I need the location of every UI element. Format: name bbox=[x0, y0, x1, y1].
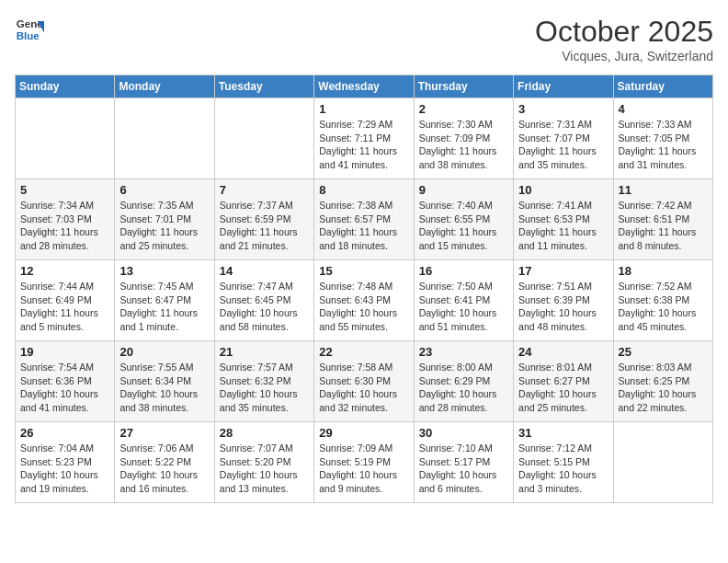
calendar-day-cell: 2Sunrise: 7:30 AM Sunset: 7:09 PM Daylig… bbox=[414, 98, 513, 179]
day-number: 3 bbox=[518, 102, 608, 116]
calendar-day-cell: 3Sunrise: 7:31 AM Sunset: 7:07 PM Daylig… bbox=[514, 98, 613, 179]
page-header: General Blue October 2025 Vicques, Jura,… bbox=[15, 15, 713, 63]
calendar-day-cell: 13Sunrise: 7:45 AM Sunset: 6:47 PM Dayli… bbox=[115, 260, 214, 341]
calendar-day-cell: 10Sunrise: 7:41 AM Sunset: 6:53 PM Dayli… bbox=[514, 179, 613, 260]
calendar-week-row: 26Sunrise: 7:04 AM Sunset: 5:23 PM Dayli… bbox=[16, 422, 713, 503]
calendar-day-cell bbox=[115, 98, 214, 179]
calendar-day-cell: 28Sunrise: 7:07 AM Sunset: 5:20 PM Dayli… bbox=[214, 422, 313, 503]
calendar-day-cell: 25Sunrise: 8:03 AM Sunset: 6:25 PM Dayli… bbox=[613, 341, 712, 422]
calendar-day-cell: 29Sunrise: 7:09 AM Sunset: 5:19 PM Dayli… bbox=[314, 422, 414, 503]
day-info: Sunrise: 7:30 AM Sunset: 7:09 PM Dayligh… bbox=[419, 118, 508, 172]
day-info: Sunrise: 7:47 AM Sunset: 6:45 PM Dayligh… bbox=[220, 280, 309, 334]
day-number: 2 bbox=[419, 102, 508, 116]
calendar-week-row: 1Sunrise: 7:29 AM Sunset: 7:11 PM Daylig… bbox=[16, 98, 713, 179]
location: Vicques, Jura, Switzerland bbox=[535, 49, 713, 63]
calendar-day-cell bbox=[613, 422, 712, 503]
calendar-week-row: 12Sunrise: 7:44 AM Sunset: 6:49 PM Dayli… bbox=[16, 260, 713, 341]
calendar-day-cell: 16Sunrise: 7:50 AM Sunset: 6:41 PM Dayli… bbox=[414, 260, 513, 341]
day-info: Sunrise: 7:12 AM Sunset: 5:15 PM Dayligh… bbox=[518, 442, 608, 496]
weekday-header-cell: Tuesday bbox=[214, 75, 313, 98]
day-info: Sunrise: 7:41 AM Sunset: 6:53 PM Dayligh… bbox=[518, 199, 608, 253]
calendar-day-cell: 4Sunrise: 7:33 AM Sunset: 7:05 PM Daylig… bbox=[613, 98, 712, 179]
day-number: 28 bbox=[220, 426, 309, 440]
calendar-week-row: 19Sunrise: 7:54 AM Sunset: 6:36 PM Dayli… bbox=[16, 341, 713, 422]
calendar-day-cell: 19Sunrise: 7:54 AM Sunset: 6:36 PM Dayli… bbox=[16, 341, 115, 422]
day-info: Sunrise: 7:40 AM Sunset: 6:55 PM Dayligh… bbox=[419, 199, 508, 253]
day-info: Sunrise: 7:48 AM Sunset: 6:43 PM Dayligh… bbox=[319, 280, 408, 334]
calendar-day-cell: 11Sunrise: 7:42 AM Sunset: 6:51 PM Dayli… bbox=[613, 179, 712, 260]
day-info: Sunrise: 7:54 AM Sunset: 6:36 PM Dayligh… bbox=[20, 361, 109, 415]
day-number: 7 bbox=[220, 183, 309, 197]
day-info: Sunrise: 7:31 AM Sunset: 7:07 PM Dayligh… bbox=[518, 118, 608, 172]
day-number: 26 bbox=[20, 426, 109, 440]
calendar-day-cell: 12Sunrise: 7:44 AM Sunset: 6:49 PM Dayli… bbox=[16, 260, 115, 341]
calendar-day-cell: 7Sunrise: 7:37 AM Sunset: 6:59 PM Daylig… bbox=[214, 179, 313, 260]
day-number: 17 bbox=[518, 264, 608, 278]
calendar-day-cell: 18Sunrise: 7:52 AM Sunset: 6:38 PM Dayli… bbox=[613, 260, 712, 341]
day-info: Sunrise: 7:06 AM Sunset: 5:22 PM Dayligh… bbox=[119, 442, 209, 496]
day-info: Sunrise: 7:29 AM Sunset: 7:11 PM Dayligh… bbox=[319, 118, 408, 172]
weekday-header-cell: Wednesday bbox=[314, 75, 414, 98]
calendar-day-cell: 23Sunrise: 8:00 AM Sunset: 6:29 PM Dayli… bbox=[414, 341, 513, 422]
title-block: October 2025 Vicques, Jura, Switzerland bbox=[535, 15, 713, 63]
calendar-day-cell bbox=[16, 98, 115, 179]
calendar-day-cell bbox=[214, 98, 313, 179]
logo-icon: General Blue bbox=[15, 15, 44, 44]
day-number: 29 bbox=[319, 426, 408, 440]
day-number: 14 bbox=[220, 264, 309, 278]
day-info: Sunrise: 8:03 AM Sunset: 6:25 PM Dayligh… bbox=[619, 361, 708, 415]
day-number: 6 bbox=[119, 183, 209, 197]
calendar-day-cell: 8Sunrise: 7:38 AM Sunset: 6:57 PM Daylig… bbox=[314, 179, 414, 260]
day-number: 15 bbox=[319, 264, 408, 278]
day-info: Sunrise: 7:37 AM Sunset: 6:59 PM Dayligh… bbox=[220, 199, 309, 253]
day-info: Sunrise: 7:04 AM Sunset: 5:23 PM Dayligh… bbox=[20, 442, 109, 496]
day-number: 24 bbox=[518, 345, 608, 359]
calendar-body: 1Sunrise: 7:29 AM Sunset: 7:11 PM Daylig… bbox=[16, 98, 713, 503]
calendar-day-cell: 27Sunrise: 7:06 AM Sunset: 5:22 PM Dayli… bbox=[115, 422, 214, 503]
calendar-day-cell: 5Sunrise: 7:34 AM Sunset: 7:03 PM Daylig… bbox=[16, 179, 115, 260]
day-number: 27 bbox=[119, 426, 209, 440]
weekday-header-row: SundayMondayTuesdayWednesdayThursdayFrid… bbox=[16, 75, 713, 98]
logo: General Blue bbox=[15, 15, 44, 44]
calendar-day-cell: 31Sunrise: 7:12 AM Sunset: 5:15 PM Dayli… bbox=[514, 422, 613, 503]
day-number: 9 bbox=[419, 183, 508, 197]
day-number: 4 bbox=[619, 102, 708, 116]
day-info: Sunrise: 7:38 AM Sunset: 6:57 PM Dayligh… bbox=[319, 199, 408, 253]
calendar-day-cell: 1Sunrise: 7:29 AM Sunset: 7:11 PM Daylig… bbox=[314, 98, 414, 179]
day-info: Sunrise: 7:57 AM Sunset: 6:32 PM Dayligh… bbox=[220, 361, 309, 415]
day-info: Sunrise: 8:01 AM Sunset: 6:27 PM Dayligh… bbox=[518, 361, 608, 415]
day-number: 13 bbox=[119, 264, 209, 278]
day-number: 5 bbox=[20, 183, 109, 197]
day-info: Sunrise: 7:51 AM Sunset: 6:39 PM Dayligh… bbox=[518, 280, 608, 334]
day-info: Sunrise: 7:10 AM Sunset: 5:17 PM Dayligh… bbox=[419, 442, 508, 496]
day-number: 11 bbox=[619, 183, 708, 197]
day-number: 21 bbox=[220, 345, 309, 359]
svg-text:Blue: Blue bbox=[17, 30, 40, 41]
weekday-header-cell: Saturday bbox=[613, 75, 712, 98]
calendar-day-cell: 30Sunrise: 7:10 AM Sunset: 5:17 PM Dayli… bbox=[414, 422, 513, 503]
day-number: 30 bbox=[419, 426, 508, 440]
month-title: October 2025 bbox=[535, 15, 713, 49]
day-number: 25 bbox=[619, 345, 708, 359]
calendar-day-cell: 26Sunrise: 7:04 AM Sunset: 5:23 PM Dayli… bbox=[16, 422, 115, 503]
day-info: Sunrise: 7:44 AM Sunset: 6:49 PM Dayligh… bbox=[20, 280, 109, 334]
calendar-day-cell: 6Sunrise: 7:35 AM Sunset: 7:01 PM Daylig… bbox=[115, 179, 214, 260]
day-info: Sunrise: 7:09 AM Sunset: 5:19 PM Dayligh… bbox=[319, 442, 408, 496]
calendar-day-cell: 9Sunrise: 7:40 AM Sunset: 6:55 PM Daylig… bbox=[414, 179, 513, 260]
day-info: Sunrise: 7:33 AM Sunset: 7:05 PM Dayligh… bbox=[619, 118, 708, 172]
day-number: 12 bbox=[20, 264, 109, 278]
weekday-header-cell: Monday bbox=[115, 75, 214, 98]
day-number: 23 bbox=[419, 345, 508, 359]
day-info: Sunrise: 7:34 AM Sunset: 7:03 PM Dayligh… bbox=[20, 199, 109, 253]
weekday-header-cell: Friday bbox=[514, 75, 613, 98]
day-info: Sunrise: 7:45 AM Sunset: 6:47 PM Dayligh… bbox=[119, 280, 209, 334]
day-info: Sunrise: 7:07 AM Sunset: 5:20 PM Dayligh… bbox=[220, 442, 309, 496]
calendar-table: SundayMondayTuesdayWednesdayThursdayFrid… bbox=[15, 75, 713, 503]
day-info: Sunrise: 7:55 AM Sunset: 6:34 PM Dayligh… bbox=[119, 361, 209, 415]
day-info: Sunrise: 7:58 AM Sunset: 6:30 PM Dayligh… bbox=[319, 361, 408, 415]
day-number: 22 bbox=[319, 345, 408, 359]
day-number: 18 bbox=[619, 264, 708, 278]
day-number: 10 bbox=[518, 183, 608, 197]
calendar-day-cell: 24Sunrise: 8:01 AM Sunset: 6:27 PM Dayli… bbox=[514, 341, 613, 422]
weekday-header-cell: Sunday bbox=[16, 75, 115, 98]
